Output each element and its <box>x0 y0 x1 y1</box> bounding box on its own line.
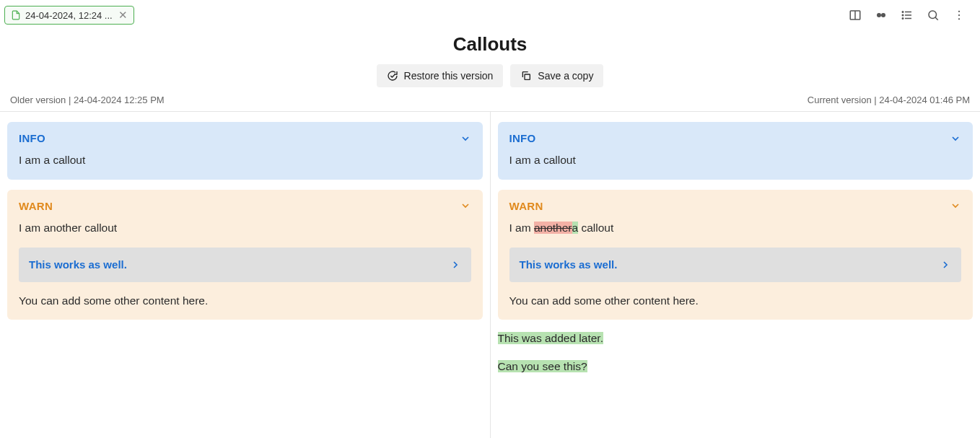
nested-title: This works as well. <box>520 256 618 273</box>
older-pane: INFO I am a callout WARN I am another ca… <box>0 112 491 438</box>
svg-point-9 <box>902 18 904 19</box>
info-callout: INFO I am a callout <box>7 122 483 180</box>
added-paragraph-2: Can you see this? <box>498 360 587 372</box>
callout-header[interactable]: INFO <box>19 132 471 144</box>
copy-icon <box>520 70 532 82</box>
restore-icon <box>387 70 398 82</box>
reader-mode-icon[interactable] <box>875 9 888 22</box>
svg-point-12 <box>958 11 960 12</box>
more-icon[interactable] <box>953 9 966 22</box>
callout-title: INFO <box>509 132 536 144</box>
restore-label: Restore this version <box>404 70 494 82</box>
current-pane: INFO I am a callout WARN I am anothera c… <box>491 112 981 438</box>
callout-title: INFO <box>19 132 45 144</box>
warn-text-1: I am another callout <box>19 219 471 237</box>
chevron-down-icon <box>950 200 961 211</box>
nested-title: This works as well. <box>29 256 127 273</box>
warn-text-2: You can add some other content here. <box>509 292 962 310</box>
callout-title: WARN <box>19 200 53 212</box>
warn-text-1-diff: I am anothera callout <box>509 219 962 237</box>
save-copy-label: Save a copy <box>538 70 593 82</box>
added-text: a <box>572 222 579 234</box>
svg-point-10 <box>929 11 937 19</box>
older-version-label: Older version | 24-04-2024 12:25 PM <box>10 95 165 105</box>
callout-title: WARN <box>509 200 543 212</box>
list-icon[interactable] <box>901 9 914 22</box>
current-version-label: Current version | 24-04-2024 01:46 PM <box>808 95 970 105</box>
close-icon[interactable]: ✕ <box>118 9 128 22</box>
svg-line-11 <box>935 17 938 20</box>
callout-header[interactable]: WARN <box>19 200 471 212</box>
chevron-down-icon <box>460 200 471 211</box>
chevron-down-icon <box>460 133 471 144</box>
svg-point-3 <box>881 13 885 17</box>
warn-text-2: You can add some other content here. <box>19 292 471 310</box>
compare-view: INFO I am a callout WARN I am another ca… <box>0 111 980 438</box>
callout-body: I am a callout <box>509 152 962 170</box>
svg-point-14 <box>958 18 960 19</box>
search-icon[interactable] <box>927 9 940 22</box>
svg-point-2 <box>877 13 881 17</box>
tab-label: 24-04-2024, 12:24 ... <box>25 10 113 21</box>
chevron-right-icon <box>450 259 461 271</box>
svg-point-7 <box>902 12 904 13</box>
document-tab[interactable]: 24-04-2024, 12:24 ... ✕ <box>4 6 134 25</box>
added-paragraph-1: This was added later. <box>498 332 603 344</box>
callout-header[interactable]: INFO <box>509 132 962 144</box>
callout-body: I am a callout <box>19 152 471 170</box>
title-area: Callouts Restore this version Save a cop… <box>0 26 980 87</box>
callout-body: I am anothera callout This works as well… <box>509 219 962 310</box>
callout-body: I am another callout This works as well.… <box>19 219 471 310</box>
svg-rect-15 <box>525 74 530 79</box>
chevron-right-icon <box>940 259 951 271</box>
callout-header[interactable]: WARN <box>509 200 962 212</box>
panel-icon[interactable] <box>849 9 862 22</box>
page-title: Callouts <box>0 33 980 56</box>
info-callout: INFO I am a callout <box>498 122 974 180</box>
deleted-text: another <box>534 222 572 234</box>
file-icon <box>11 10 21 20</box>
action-row: Restore this version Save a copy <box>0 64 980 87</box>
warn-callout: WARN I am another callout This works as … <box>7 190 483 320</box>
nested-callout[interactable]: This works as well. <box>19 248 471 282</box>
topbar-icons <box>849 9 971 22</box>
restore-version-button[interactable]: Restore this version <box>377 64 504 87</box>
topbar: 24-04-2024, 12:24 ... ✕ <box>0 0 980 26</box>
chevron-down-icon <box>950 133 961 144</box>
save-copy-button[interactable]: Save a copy <box>510 64 603 87</box>
version-row: Older version | 24-04-2024 12:25 PM Curr… <box>0 87 980 111</box>
svg-point-8 <box>902 14 904 16</box>
warn-callout: WARN I am anothera callout This works as… <box>498 190 974 320</box>
svg-point-13 <box>958 14 960 16</box>
nested-callout[interactable]: This works as well. <box>509 248 962 282</box>
